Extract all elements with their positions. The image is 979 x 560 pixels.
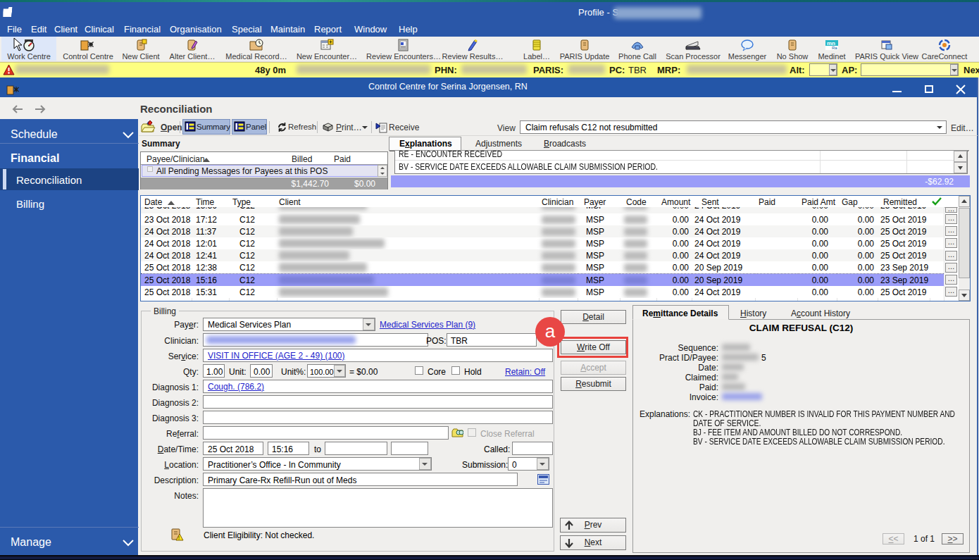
svg-text:!: ! xyxy=(178,535,180,540)
svg-text:Ra: Ra xyxy=(832,46,837,50)
